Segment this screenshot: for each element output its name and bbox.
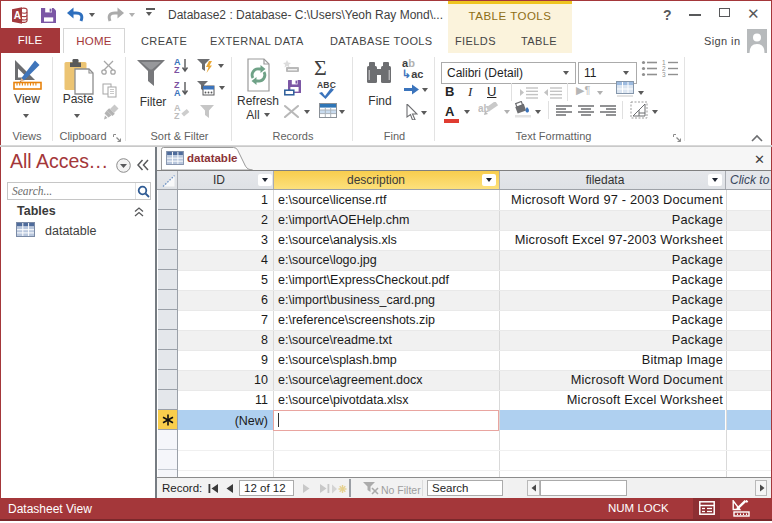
svg-text:3: 3 xyxy=(662,71,666,77)
svg-text:Z: Z xyxy=(174,65,180,74)
svg-text:A: A xyxy=(14,10,21,21)
svg-text:Z: Z xyxy=(174,111,180,120)
svg-text:A: A xyxy=(174,88,181,97)
